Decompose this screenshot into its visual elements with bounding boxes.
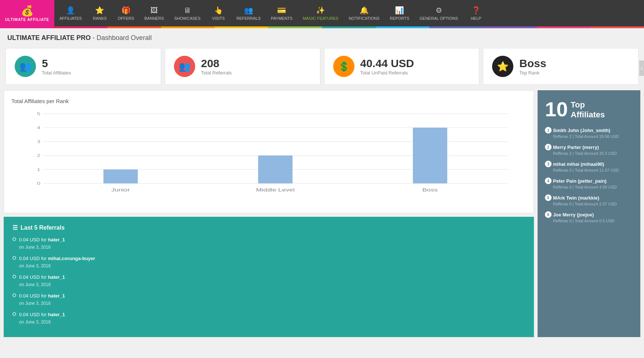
affiliate-sub: Refferas 2 | Total Amount 29.98 USD [545, 134, 633, 139]
affiliate-entry: 5 MArk Twin (markkie) Refferas 0 | Total… [545, 194, 633, 206]
nav-icon: ✨ [316, 6, 325, 15]
nav-item-offers[interactable]: 🎁OFFERS [113, 0, 139, 26]
nav-item-payments[interactable]: 💳PAYMENTS [266, 0, 298, 26]
nav-icon: 🖥 [183, 6, 191, 15]
rank-badge: 6 [545, 211, 552, 218]
logo[interactable]: 💰 ULTIMATE AFFILIATE [0, 0, 54, 26]
color-bar-segment [429, 26, 483, 28]
color-bar [0, 26, 644, 28]
referrals-card: ☰ Last 5 Referrals 0.04 USD for hater_1 … [4, 217, 534, 337]
svg-text:Junior: Junior [111, 187, 130, 192]
color-bar-segment [483, 26, 536, 28]
stat-card-1: 👥 208 Total Referrals [165, 48, 320, 85]
chart-title: Total Affiliates per Rank [11, 98, 526, 104]
stat-value: 208 [201, 57, 232, 69]
nav-icon: 🔔 [360, 6, 369, 15]
referral-item: 0.04 USD for hater_1 on June 3, 2016 [12, 274, 525, 288]
nav-item-general-options[interactable]: ⚙GENERAL OPTIONS [414, 0, 463, 26]
svg-text:2: 2 [37, 153, 40, 158]
svg-text:0: 0 [37, 181, 40, 186]
nav-icon: ❓ [472, 6, 481, 15]
nav-item-banners[interactable]: 🖼BANNERS [139, 0, 169, 26]
nav-item-reports[interactable]: 📊REPORTS [385, 0, 414, 26]
affiliate-name: 3 mihai mihai (mihaai90) [545, 161, 633, 167]
referral-item: 0.04 USD for mihai.corunga-buyer on June… [12, 255, 525, 269]
chart-card: Total Affiliates per Rank 012345JuniorMi… [4, 90, 534, 213]
nav-icon: ⭐ [95, 6, 104, 15]
nav-item-notifications[interactable]: 🔔NOTIFICATIONS [343, 0, 385, 26]
bar-chart: 012345JuniorMiddle LevelBoss [26, 110, 519, 194]
referral-text: 0.04 USD for hater_1 on June 3, 2016 [19, 311, 65, 325]
referral-text: 0.04 USD for hater_1 on June 3, 2016 [19, 274, 65, 288]
stat-card-2: 💲 40.44 USD Total UnPaid Referrals [324, 48, 480, 85]
referral-text: 0.04 USD for hater_1 on June 3, 2016 [19, 292, 65, 307]
color-bar-segment [537, 26, 590, 28]
top-affiliates-count: 10 [545, 99, 568, 120]
nav-icon: 👤 [66, 6, 75, 15]
nav-label: BANNERS [145, 16, 164, 21]
stat-label: Total Referrals [201, 70, 232, 76]
stat-icon: 👥 [174, 56, 195, 77]
logo-text: ULTIMATE AFFILIATE [5, 18, 49, 22]
nav-label: NOTIFICATIONS [349, 16, 379, 21]
right-panel: 10 TopAffiliates 1 Smith John (John_smit… [538, 90, 640, 337]
stat-scroll-arrow[interactable]: › [639, 61, 644, 76]
nav-item-affiliates[interactable]: 👤AFFILIATES [54, 0, 87, 26]
nav-item-showcases[interactable]: 🖥SHOWCASES [169, 0, 206, 26]
referrals-title-text: Last 5 Referrals [21, 224, 65, 231]
rank-badge: 5 [545, 194, 552, 201]
color-bar-segment [0, 26, 54, 28]
referrals-title: ☰ Last 5 Referrals [12, 224, 525, 231]
rank-badge: 1 [545, 127, 552, 134]
nav-item-referrals[interactable]: 👥REFERRALS [231, 0, 266, 26]
nav-icon: 📊 [395, 6, 404, 15]
affiliate-sub: Refferas 0 | Total Amount 0.5 USD [545, 219, 633, 223]
referral-bullet [12, 256, 16, 260]
svg-text:Boss: Boss [422, 187, 438, 192]
page-title: ULTIMATE AFFILIATE PRO - Dashboard Overa… [0, 28, 644, 46]
stat-label: Top Rank [519, 70, 546, 76]
main-content: Total Affiliates per Rank 012345JuniorMi… [0, 90, 644, 341]
list-icon: ☰ [12, 224, 18, 231]
logo-icon: 💰 [21, 5, 34, 17]
nav-label: OFFERS [118, 16, 134, 21]
nav-label: GENERAL OPTIONS [419, 16, 458, 21]
left-panel: Total Affiliates per Rank 012345JuniorMi… [4, 90, 534, 337]
nav-icon: ⚙ [436, 6, 442, 15]
svg-text:1: 1 [37, 167, 40, 172]
nav-item-ranks[interactable]: ⭐RANKS [87, 0, 113, 26]
nav-item-visits[interactable]: 👆VISITS [205, 0, 231, 26]
rank-badge: 3 [545, 161, 552, 167]
svg-rect-16 [413, 128, 447, 183]
affiliate-entry: 3 mihai mihai (mihaai90) Refferas 0 | To… [545, 161, 633, 172]
color-bar-segment [376, 26, 429, 28]
nav-items: 👤AFFILIATES⭐RANKS🎁OFFERS🖼BANNERS🖥SHOWCAS… [54, 0, 644, 26]
page-title-sep: - [91, 34, 97, 41]
affiliate-entry: 6 Joe Merry (joejoe) Refferas 0 | Total … [545, 211, 633, 223]
stat-value: Boss [519, 57, 546, 69]
nav-label: VISITS [212, 16, 225, 21]
affiliate-name: 4 Peter Pain (petter_pain) [545, 178, 633, 184]
color-bar-segment [54, 26, 107, 28]
referrals-list: 0.04 USD for hater_1 on June 3, 2016 0.0… [12, 236, 525, 325]
referral-bullet [12, 275, 16, 278]
top-affiliates-header: 10 TopAffiliates [545, 99, 633, 120]
stat-card-0: 👥 5 Total Affiliates [6, 48, 161, 85]
stat-icon: 👥 [15, 56, 36, 77]
affiliate-sub: Refferas 0 | Total Amount 2.07 USD [545, 202, 633, 206]
referral-item: 0.04 USD for hater_1 on June 3, 2016 [12, 236, 525, 251]
svg-rect-12 [103, 169, 138, 183]
stat-value: 40.44 USD [360, 57, 414, 69]
affiliate-name: 2 Merry Parter (merry) [545, 144, 633, 150]
color-bar-segment [161, 26, 215, 28]
nav-icon: 🖼 [150, 6, 158, 15]
affiliate-sub: Refferas 0 | Total Amount 4.89 USD [545, 185, 633, 189]
color-bar-segment [108, 26, 161, 28]
svg-text:3: 3 [37, 139, 40, 144]
rank-badge: 2 [545, 144, 552, 150]
nav-item-magic-features[interactable]: ✨MAGIC FEATURES [298, 0, 343, 26]
nav-label: MAGIC FEATURES [303, 16, 338, 21]
affiliate-sub: Refferas 0 | Total Amount 11.97 USD [545, 168, 633, 172]
nav-item-help[interactable]: ❓HELP [463, 0, 489, 26]
stat-card-3: ⭐ Boss Top Rank [483, 48, 638, 85]
